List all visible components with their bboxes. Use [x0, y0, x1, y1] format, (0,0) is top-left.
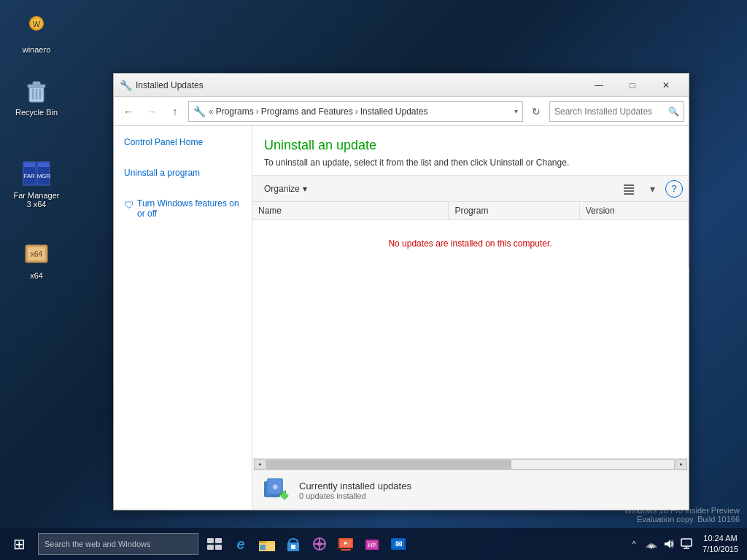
x64-label: x64 — [30, 271, 43, 280]
search-input[interactable] — [554, 106, 668, 117]
apps-icon — [312, 537, 327, 551]
network-tray-icon — [646, 539, 657, 549]
desktop-icon-recycle-bin[interactable]: Recycle Bin — [7, 70, 66, 122]
close-button[interactable]: ✕ — [649, 74, 683, 97]
breadcrumb-programs-features: Programs and Features — [261, 106, 353, 117]
panel-header: Uninstall an update To uninstall an upda… — [252, 126, 689, 176]
edge-button[interactable]: e — [228, 528, 254, 560]
scroll-track[interactable] — [266, 459, 675, 470]
breadcrumb-sep2: › — [355, 106, 358, 117]
scroll-thumb[interactable] — [267, 460, 511, 469]
start-button[interactable]: ⊞ — [3, 528, 35, 560]
control-panel-home-link[interactable]: Control Panel Home — [114, 133, 252, 151]
horizontal-scrollbar[interactable]: ◂ ▸ — [252, 458, 689, 470]
desktop-icon-winaero[interactable]: W winaero — [7, 7, 66, 60]
svg-marker-55 — [665, 540, 670, 548]
recycle-bin-icon — [22, 76, 51, 105]
svg-rect-34 — [259, 541, 266, 543]
svg-text:⊕: ⊕ — [272, 483, 278, 491]
organize-arrow: ▾ — [303, 184, 307, 194]
breadcrumb-programs: Programs — [216, 106, 254, 117]
scroll-right-button[interactable]: ▸ — [676, 459, 687, 470]
svg-text:FAR: FAR — [23, 173, 35, 179]
content-area: Control Panel Home Uninstall a program 🛡… — [114, 126, 689, 510]
svg-rect-56 — [681, 539, 692, 546]
clock[interactable]: 10:24 AM 7/10/2015 — [697, 533, 744, 556]
panel-title: Uninstall an update — [264, 138, 677, 153]
outlook-icon: ✉ — [390, 537, 406, 551]
view-dropdown-button[interactable]: ▾ — [642, 179, 662, 199]
task-view-icon — [207, 538, 222, 550]
toolbar: Organize ▾ ▾ ? — [252, 176, 689, 202]
clock-time: 10:24 AM — [703, 533, 738, 544]
search-icon[interactable]: 🔍 — [668, 106, 679, 117]
tray-expand-button[interactable]: ^ — [627, 528, 641, 560]
breadcrumb-sep1: › — [256, 106, 259, 117]
far-manager-label: Far Manager 3 x64 — [14, 191, 60, 209]
view-details-button[interactable] — [619, 179, 639, 199]
organize-button[interactable]: Organize ▾ — [258, 181, 313, 197]
uninstall-program-link[interactable]: Uninstall a program — [114, 164, 252, 182]
svg-rect-21 — [624, 193, 634, 195]
minimize-button[interactable]: — — [582, 74, 616, 97]
desktop-icon-x64[interactable]: x64 x64 — [7, 233, 66, 286]
scroll-left-button[interactable]: ◂ — [254, 459, 266, 470]
network-icon[interactable] — [644, 528, 659, 560]
breadcrumb-dropdown-arrow: ▾ — [514, 107, 518, 115]
maximize-button[interactable]: □ — [616, 74, 649, 97]
sound-icon[interactable] — [662, 528, 676, 560]
outlook-button[interactable]: ✉ — [385, 528, 411, 560]
system-tray: ^ — [624, 528, 697, 560]
address-path[interactable]: 🔧 « Programs › Programs and Features › I… — [188, 101, 523, 122]
updates-table: Name Program Version No updates are inst… — [252, 202, 689, 267]
taskbar-search[interactable]: Search the web and Windows — [38, 533, 198, 555]
shield-icon: 🛡 — [124, 199, 134, 211]
svg-text:MGR: MGR — [37, 173, 51, 179]
watermark-line2: Evaluation copy. Build 10166 — [624, 515, 740, 524]
explorer-button[interactable] — [254, 528, 280, 560]
title-bar: 🔧 Installed Updates — □ ✕ — [114, 74, 689, 97]
up-button[interactable]: ↑ — [165, 101, 185, 122]
svg-text:W: W — [33, 20, 41, 28]
apps-button[interactable] — [306, 528, 333, 560]
window-icon: 🔧 — [120, 79, 131, 91]
unknown-app-icon: HP — [365, 537, 379, 551]
svg-text:x64: x64 — [31, 250, 43, 258]
task-view-button[interactable] — [201, 528, 228, 560]
svg-rect-5 — [33, 82, 40, 85]
svg-rect-47 — [341, 549, 351, 551]
installed-updates-window: 🔧 Installed Updates — □ ✕ ← → ↑ 🔧 « Prog… — [113, 73, 689, 510]
action-center-icon[interactable] — [679, 528, 694, 560]
media-button[interactable] — [333, 528, 359, 560]
status-subtitle: 0 updates installed — [299, 491, 411, 500]
refresh-button[interactable]: ↻ — [526, 101, 546, 122]
empty-message-row: No updates are installed on this compute… — [252, 220, 689, 268]
svg-rect-12 — [38, 163, 49, 167]
far-manager-icon: FAR MGR — [22, 159, 51, 188]
svg-rect-28 — [207, 538, 214, 543]
status-title: Currently installed updates — [299, 481, 411, 491]
unknown-app-button[interactable]: HP — [359, 528, 385, 560]
x64-icon: x64 — [22, 239, 51, 268]
status-icon: ⊕ — [261, 475, 290, 505]
search-box[interactable]: 🔍 — [549, 101, 684, 122]
svg-rect-29 — [215, 538, 222, 543]
windows-features-link[interactable]: Turn Windows features on or off — [137, 198, 241, 219]
column-program[interactable]: Program — [449, 202, 579, 220]
column-name[interactable]: Name — [252, 202, 449, 220]
store-button[interactable] — [280, 528, 306, 560]
status-text-area: Currently installed updates 0 updates in… — [299, 481, 411, 500]
no-updates-message: No updates are installed on this compute… — [258, 224, 682, 263]
forward-button[interactable]: → — [142, 101, 162, 122]
back-button[interactable]: ← — [118, 101, 139, 122]
desktop-icon-far-manager[interactable]: FAR MGR Far Manager 3 x64 — [7, 153, 66, 214]
explorer-icon — [259, 537, 275, 551]
svg-point-39 — [317, 542, 322, 546]
svg-rect-31 — [215, 545, 222, 550]
address-bar: ← → ↑ 🔧 « Programs › Programs and Featur… — [114, 97, 689, 126]
svg-point-54 — [651, 547, 653, 549]
svg-rect-30 — [207, 545, 214, 550]
column-version[interactable]: Version — [579, 202, 688, 220]
store-icon — [286, 537, 301, 551]
help-button[interactable]: ? — [665, 180, 683, 198]
